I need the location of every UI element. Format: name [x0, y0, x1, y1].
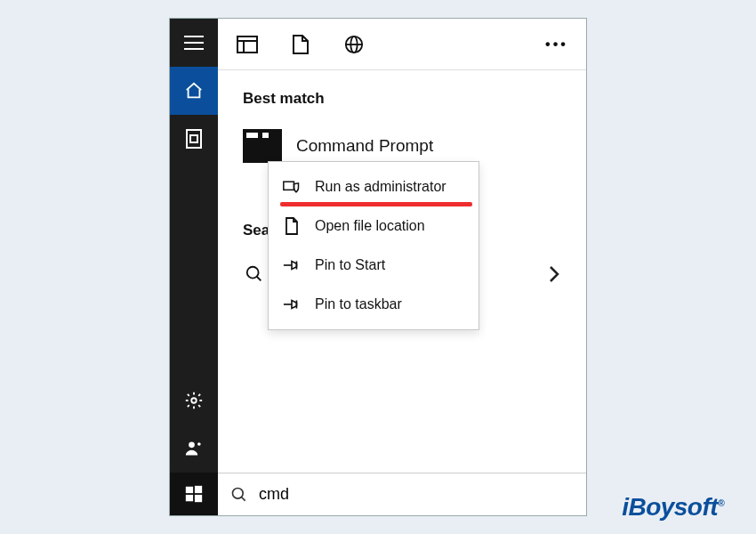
ctx-label: Run as administrator [315, 179, 446, 195]
chevron-right-icon [549, 265, 559, 283]
watermark-brand: iBoysoft® [622, 493, 724, 522]
filter-tabbar: ••• [218, 19, 586, 70]
tab-documents[interactable] [289, 33, 312, 56]
svg-point-7 [197, 442, 201, 446]
svg-rect-26 [195, 495, 202, 502]
sidebar-profile[interactable] [170, 425, 218, 473]
search-icon [230, 486, 248, 504]
sidebar-settings[interactable] [170, 376, 218, 425]
page-icon [293, 35, 309, 54]
svg-rect-18 [284, 182, 294, 190]
document-icon [186, 129, 202, 149]
search-bar[interactable] [218, 473, 586, 515]
gear-icon [184, 391, 204, 410]
ctx-pin-to-start[interactable]: Pin to Start [269, 246, 479, 285]
svg-point-14 [247, 267, 259, 279]
svg-rect-24 [195, 486, 202, 493]
ctx-pin-to-taskbar[interactable]: Pin to taskbar [269, 285, 479, 324]
highlight-underline [280, 202, 472, 206]
shield-icon [283, 178, 301, 196]
svg-rect-4 [190, 135, 197, 142]
user-icon [185, 440, 203, 457]
tab-web[interactable] [342, 33, 366, 56]
svg-line-15 [257, 277, 261, 281]
hamburger-icon [184, 36, 204, 50]
globe-icon [344, 35, 364, 54]
svg-point-5 [191, 398, 197, 403]
svg-point-16 [233, 488, 244, 498]
ctx-label: Pin to taskbar [315, 296, 402, 312]
tab-apps[interactable] [236, 33, 259, 56]
best-match-label: Best match [243, 90, 561, 108]
context-menu: Run as administrator Open file location … [268, 161, 479, 330]
search-input[interactable] [259, 485, 574, 504]
pin-icon [283, 256, 301, 274]
more-icon: ••• [545, 36, 568, 53]
sidebar-menu-button[interactable] [170, 19, 218, 67]
ctx-label: Open file location [315, 218, 425, 234]
result-title: Command Prompt [296, 136, 433, 156]
svg-rect-25 [186, 495, 193, 501]
svg-rect-23 [186, 487, 193, 493]
ctx-run-as-admin[interactable]: Run as administrator [269, 167, 479, 206]
svg-point-6 [189, 442, 195, 449]
home-icon [184, 81, 204, 101]
sidebar [170, 19, 218, 515]
svg-rect-3 [187, 130, 201, 148]
windows-logo-icon [184, 484, 204, 504]
ctx-label: Pin to Start [315, 257, 385, 273]
ctx-open-file-location[interactable]: Open file location [269, 206, 479, 246]
pin-icon [283, 295, 301, 313]
svg-rect-8 [237, 36, 257, 53]
command-prompt-icon [243, 129, 282, 163]
search-icon [245, 264, 264, 284]
apps-icon [237, 36, 258, 53]
sidebar-documents[interactable] [170, 115, 218, 163]
sidebar-home[interactable] [170, 67, 218, 115]
start-search-panel: ••• Best match Command Prompt Search the… [169, 18, 587, 516]
svg-line-17 [242, 497, 245, 500]
file-location-icon [283, 217, 301, 235]
windows-start-button[interactable] [170, 473, 218, 515]
tab-more[interactable]: ••• [545, 33, 568, 56]
